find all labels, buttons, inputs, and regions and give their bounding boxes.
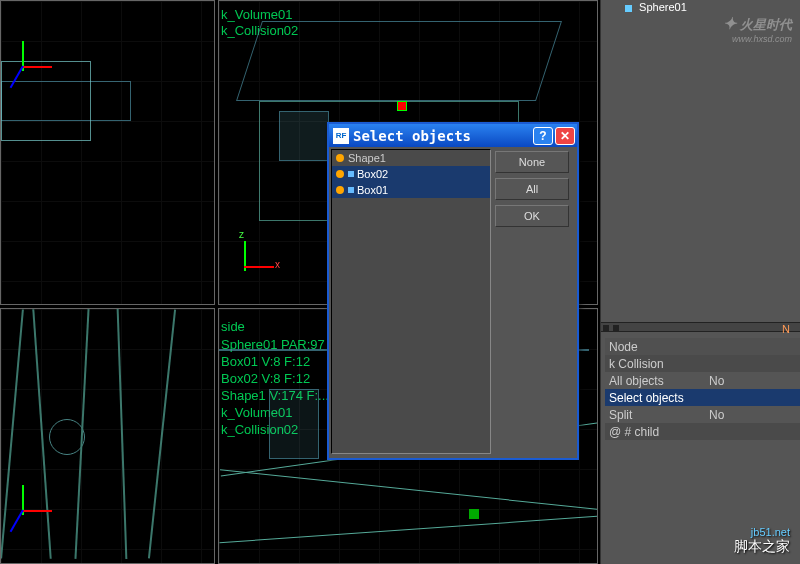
bullet-icon [336,170,344,178]
app-icon: RF [333,128,349,144]
object-list[interactable]: Shape1 Box02 Box01 [331,149,491,454]
viewport-top-left[interactable] [0,0,215,305]
pivot-gizmo[interactable] [469,509,479,519]
table-header: Node [605,338,800,355]
watermark-bottom: jb51.net 脚本之家 [734,526,790,556]
bullet-icon [336,154,344,162]
prop-name: Select objects [605,391,800,405]
node-header-label: Node [605,340,705,354]
list-item[interactable]: Shape1 [332,150,490,166]
list-item-selected[interactable]: Box01 [332,182,490,198]
column-n-label: N [782,323,796,335]
all-button[interactable]: All [495,178,569,200]
tree-item-label: Sphere01 [639,1,687,13]
watermark-top: ✦ 火星时代 www.hxsd.com [723,14,792,44]
viewport-bottom-left[interactable] [0,308,215,564]
footer-label: @ # child [605,425,800,439]
list-item-label: Box02 [357,168,388,180]
close-button[interactable]: ✕ [555,127,575,145]
dialog-buttons: None All OK [491,147,573,456]
dialog-titlebar[interactable]: RF Select objects ? ✕ [329,124,577,147]
node-properties-table: Node k Collision All objects No Select o… [605,338,800,440]
prop-value: No [705,408,800,422]
axis-y-label: z [239,229,244,240]
mesh-icon [348,171,354,177]
table-footer: @ # child [605,423,800,440]
select-objects-dialog: RF Select objects ? ✕ Shape1 Box02 Box01… [327,122,579,460]
help-button[interactable]: ? [533,127,553,145]
axis-x-label: x [275,259,280,270]
table-section[interactable]: k Collision [605,355,800,372]
mesh-icon [348,187,354,193]
viewport-object-label: k_Volume01 [221,7,293,22]
prop-name: Split [605,408,705,422]
viewport-name-label: side [221,319,245,334]
table-row[interactable]: Split No [605,406,800,423]
dialog-title: Select objects [353,128,531,144]
prop-name: All objects [605,374,705,388]
bullet-icon [336,186,344,194]
node-icon [625,5,632,12]
none-button[interactable]: None [495,151,569,173]
viewport-object-label: Box02 V:8 F:12 [221,371,310,386]
pivot-gizmo[interactable] [397,101,407,111]
section-label: k Collision [605,357,800,371]
table-row[interactable]: All objects No [605,372,800,389]
viewport-object-label: Box01 V:8 F:12 [221,354,310,369]
list-item-label: Box01 [357,184,388,196]
list-item-selected[interactable]: Box02 [332,166,490,182]
ok-button[interactable]: OK [495,205,569,227]
list-item-label: Shape1 [348,152,386,164]
scene-tree-item[interactable]: Sphere01 [601,0,800,14]
prop-value: No [705,374,800,388]
panel-splitter[interactable]: N [601,322,800,332]
right-panel: Sphere01 N Node k Collision All objects … [600,0,800,564]
table-row-selected[interactable]: Select objects [605,389,800,406]
